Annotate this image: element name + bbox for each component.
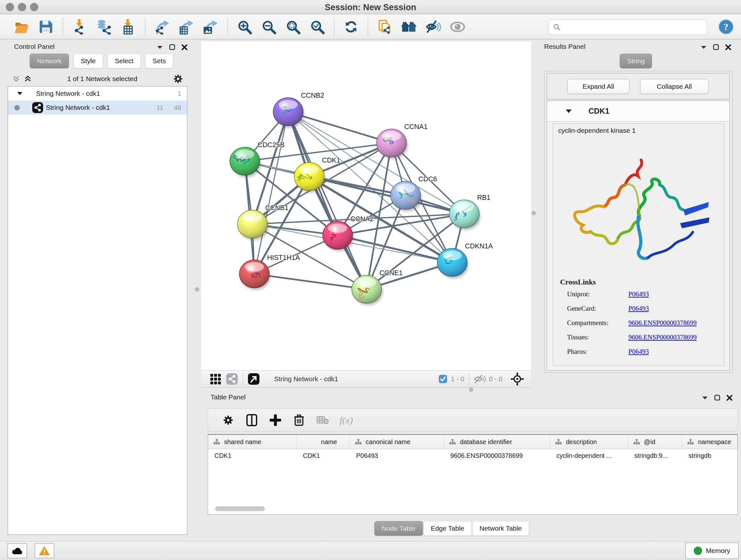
panel-menu-icon[interactable] xyxy=(701,395,709,400)
search-input[interactable] xyxy=(564,23,704,31)
network-node-CDK1[interactable]: CDK1 xyxy=(294,157,340,193)
import-network-from-database-button[interactable] xyxy=(94,17,114,37)
expand-all-tree-icon[interactable] xyxy=(23,75,32,83)
first-neighbors-button[interactable] xyxy=(399,17,419,37)
open-in-new-window-icon[interactable] xyxy=(247,373,260,385)
panel-float-icon[interactable] xyxy=(713,44,719,51)
clone-network-button[interactable] xyxy=(375,17,395,37)
hidden-eye-icon[interactable] xyxy=(474,374,486,384)
panel-close-icon[interactable] xyxy=(725,44,731,51)
expand-all-button[interactable]: Expand All xyxy=(567,79,629,94)
panel-float-icon[interactable] xyxy=(714,395,721,401)
zoom-out-button[interactable] xyxy=(259,17,279,37)
tab-string[interactable]: String xyxy=(620,54,652,68)
crosslinks-title: CrossLinks xyxy=(560,278,596,287)
tab-edge-table[interactable]: Edge Table xyxy=(423,521,472,536)
network-node-CCNA1[interactable]: CCNA1 xyxy=(377,123,428,159)
column-header--id[interactable]: @id xyxy=(628,435,682,449)
tab-select[interactable]: Select xyxy=(108,54,141,68)
node-label: HIST1H1A xyxy=(267,254,300,261)
network-node-HIST1H1A[interactable]: HIST1H1A xyxy=(239,254,300,290)
crosslink-value-link[interactable]: 9606.ENSP00000378699 xyxy=(628,333,697,341)
panel-float-icon[interactable] xyxy=(169,44,176,51)
memory-button[interactable]: Memory xyxy=(685,543,739,559)
column-header-database-identifier[interactable]: database identifier xyxy=(444,435,550,449)
collapse-all-tree-icon[interactable] xyxy=(12,75,20,83)
create-column-icon[interactable] xyxy=(266,411,285,429)
export-table-button[interactable] xyxy=(177,17,196,37)
table-row[interactable]: CDK1CDK1P064939606.ENSP00000378699cyclin… xyxy=(208,449,738,462)
import-table-from-file-button[interactable] xyxy=(118,17,138,37)
network-node-RB1[interactable]: RB1 xyxy=(449,194,490,230)
node-label: CDC25B xyxy=(258,141,285,149)
horizontal-splitter-handle[interactable] xyxy=(469,388,473,392)
network-edge[interactable] xyxy=(254,112,288,274)
import-table-icon xyxy=(121,19,136,35)
export-network-button[interactable] xyxy=(152,17,172,37)
collapse-all-button[interactable]: Collapse All xyxy=(640,79,709,94)
save-session-button[interactable] xyxy=(36,17,56,37)
warning-button[interactable] xyxy=(35,543,54,558)
selected-checkbox-icon[interactable] xyxy=(438,374,448,384)
network-edge[interactable] xyxy=(254,274,367,289)
collection-expander-icon[interactable] xyxy=(17,91,23,96)
crosslink-value-link[interactable]: 9606.ENSP00000378699 xyxy=(628,319,697,327)
zoom-fit-icon xyxy=(285,19,300,35)
search-field[interactable] xyxy=(548,19,707,35)
tab-node-table[interactable]: Node Table xyxy=(374,521,423,536)
column-header-shared-name[interactable]: shared name xyxy=(208,435,296,449)
hide-selected-button[interactable] xyxy=(423,17,443,37)
network-edge[interactable] xyxy=(338,235,452,262)
cloud-button[interactable] xyxy=(7,543,27,558)
zoom-selected-button[interactable] xyxy=(307,17,327,37)
show-columns-icon[interactable] xyxy=(243,411,261,429)
crosslink-value-link[interactable]: P06493 xyxy=(628,305,649,313)
panel-menu-icon[interactable] xyxy=(700,45,707,50)
refresh-button[interactable] xyxy=(341,17,361,37)
panel-close-icon[interactable] xyxy=(181,44,188,51)
network-node-CDKN1A[interactable]: CDKN1A xyxy=(437,242,493,279)
column-header-canonical-name[interactable]: canonical name xyxy=(350,435,444,449)
tab-style[interactable]: Style xyxy=(73,54,103,68)
birds-eye-view-icon[interactable] xyxy=(511,372,524,386)
panel-menu-icon[interactable] xyxy=(156,45,163,50)
crosslink-value-link[interactable]: P06493 xyxy=(628,348,649,356)
function-builder-icon[interactable]: f(x) xyxy=(337,411,355,429)
network-view-canvas[interactable]: CCNB2 CCNA1 CDC25B CDK1 CDC6 RB1 xyxy=(201,42,531,370)
column-header-namespace[interactable]: namespace xyxy=(682,435,738,449)
show-all-button[interactable] xyxy=(448,17,468,37)
network-share-icon-disabled[interactable] xyxy=(226,373,238,385)
current-network-dot-icon xyxy=(14,105,20,111)
panel-close-icon[interactable] xyxy=(726,395,733,401)
left-splitter-handle[interactable] xyxy=(195,287,199,292)
import-network-from-file-button[interactable] xyxy=(70,17,90,37)
column-header-description[interactable]: description xyxy=(550,435,628,449)
column-type-icon xyxy=(687,439,694,445)
tab-network[interactable]: Network xyxy=(30,54,69,68)
toolbar-separator xyxy=(145,18,145,36)
table-settings-gear-icon[interactable] xyxy=(219,411,238,429)
collection-count: 1 xyxy=(178,90,181,98)
network-edge[interactable] xyxy=(288,112,367,289)
table-horizontal-scrollbar[interactable] xyxy=(215,506,265,511)
gene-section-header[interactable]: CDK1 xyxy=(547,101,730,122)
section-expander-icon[interactable] xyxy=(565,109,572,114)
zoom-in-button[interactable] xyxy=(234,17,254,37)
network-edge[interactable] xyxy=(288,112,464,214)
tab-sets[interactable]: Sets xyxy=(145,54,173,68)
zoom-fit-button[interactable] xyxy=(283,17,303,37)
delete-table-icon[interactable] xyxy=(313,411,332,429)
crosslink-value-link[interactable]: P06493 xyxy=(628,290,649,298)
export-image-icon xyxy=(203,19,218,35)
tab-network-table[interactable]: Network Table xyxy=(472,521,529,536)
help-button[interactable]: ? xyxy=(719,19,733,34)
network-collection-row[interactable]: String Network - cdk1 1 xyxy=(8,86,187,101)
open-session-button[interactable] xyxy=(12,17,31,37)
grid-view-icon[interactable] xyxy=(209,373,221,385)
column-header-name[interactable]: name xyxy=(296,435,350,449)
delete-column-trash-icon[interactable] xyxy=(290,411,308,429)
export-image-button[interactable] xyxy=(201,17,220,37)
network-row[interactable]: String Network - cdk1 11 48 xyxy=(8,101,187,115)
network-node-CCNB2[interactable]: CCNB2 xyxy=(273,91,324,128)
network-options-gear-icon[interactable] xyxy=(173,73,184,84)
